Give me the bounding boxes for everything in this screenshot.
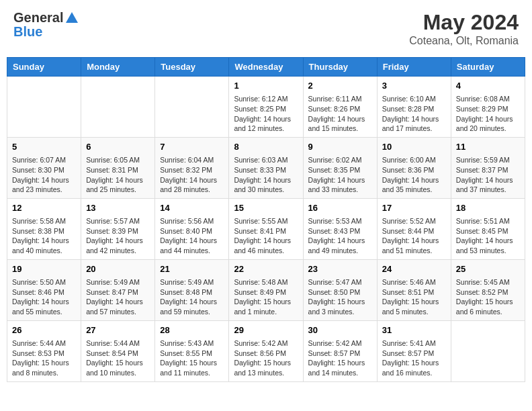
day-info: Sunset: 8:40 PM (160, 226, 224, 236)
day-number: 20 (86, 263, 150, 275)
day-info: Sunset: 8:31 PM (86, 165, 150, 175)
day-info: Daylight: 15 hours and 10 minutes. (86, 358, 150, 377)
day-number: 22 (234, 263, 298, 275)
day-info: Sunrise: 6:03 AM (234, 155, 298, 165)
calendar-cell: 21Sunrise: 5:49 AMSunset: 8:48 PMDayligh… (155, 259, 229, 320)
day-info: Daylight: 14 hours and 20 minutes. (456, 114, 520, 134)
day-number: 26 (12, 324, 76, 336)
day-info: Daylight: 14 hours and 55 minutes. (12, 297, 76, 316)
calendar-cell: 11Sunrise: 5:59 AMSunset: 8:37 PMDayligh… (451, 137, 525, 198)
day-info: Sunrise: 6:07 AM (12, 155, 76, 165)
day-number: 3 (382, 80, 446, 92)
day-number: 9 (308, 141, 372, 153)
calendar-cell: 26Sunrise: 5:44 AMSunset: 8:53 PMDayligh… (7, 320, 81, 381)
day-info: Daylight: 15 hours and 1 minute. (234, 297, 298, 316)
day-info: Sunset: 8:36 PM (382, 165, 446, 175)
day-info: Sunrise: 5:44 AM (12, 338, 76, 349)
day-number: 2 (308, 80, 372, 92)
day-number: 24 (382, 263, 446, 275)
day-info: Sunrise: 5:49 AM (86, 277, 150, 287)
day-info: Daylight: 15 hours and 6 minutes. (456, 297, 520, 316)
day-info: Daylight: 14 hours and 37 minutes. (456, 175, 520, 195)
page-header: General Blue May 2024 Coteana, Olt, Roma… (7, 7, 525, 50)
day-number: 25 (456, 263, 520, 275)
day-info: Daylight: 15 hours and 8 minutes. (12, 358, 76, 377)
logo-general-text: General (13, 10, 63, 26)
day-info: Sunset: 8:54 PM (86, 349, 150, 359)
day-info: Sunrise: 5:43 AM (160, 338, 224, 349)
calendar-cell: 10Sunrise: 6:00 AMSunset: 8:36 PMDayligh… (377, 137, 451, 198)
calendar-cell: 28Sunrise: 5:43 AMSunset: 8:55 PMDayligh… (155, 320, 229, 381)
calendar-cell: 1Sunrise: 6:12 AMSunset: 8:25 PMDaylight… (229, 77, 303, 138)
day-info: Sunrise: 6:10 AM (382, 94, 446, 104)
day-info: Daylight: 15 hours and 3 minutes. (308, 297, 372, 316)
calendar-week-1: 1Sunrise: 6:12 AMSunset: 8:25 PMDaylight… (7, 77, 525, 138)
calendar-cell: 24Sunrise: 5:46 AMSunset: 8:51 PMDayligh… (377, 259, 451, 320)
day-info: Sunrise: 5:55 AM (234, 216, 298, 226)
calendar-cell (7, 77, 81, 138)
day-number: 4 (456, 80, 520, 92)
title-area: May 2024 Coteana, Olt, Romania (409, 10, 519, 47)
day-number: 27 (86, 324, 150, 336)
day-number: 19 (12, 263, 76, 275)
day-info: Daylight: 14 hours and 23 minutes. (12, 175, 76, 195)
day-info: Sunset: 8:57 PM (382, 349, 446, 359)
day-info: Sunrise: 5:46 AM (382, 277, 446, 287)
day-info: Sunrise: 6:12 AM (234, 94, 298, 104)
day-number: 30 (308, 324, 372, 336)
day-number: 6 (86, 141, 150, 153)
day-info: Sunrise: 6:05 AM (86, 155, 150, 165)
day-info: Sunrise: 5:42 AM (308, 338, 372, 349)
day-info: Sunrise: 5:57 AM (86, 216, 150, 226)
day-info: Sunset: 8:49 PM (234, 287, 298, 298)
calendar-cell: 8Sunrise: 6:03 AMSunset: 8:33 PMDaylight… (229, 137, 303, 198)
calendar-cell: 31Sunrise: 5:41 AMSunset: 8:57 PMDayligh… (377, 320, 451, 381)
day-info: Daylight: 15 hours and 11 minutes. (160, 358, 224, 377)
day-info: Daylight: 14 hours and 42 minutes. (86, 236, 150, 255)
month-year: May 2024 (409, 10, 519, 35)
day-info: Daylight: 14 hours and 30 minutes. (234, 175, 298, 195)
day-info: Sunrise: 5:52 AM (382, 216, 446, 226)
day-info: Sunrise: 5:48 AM (234, 277, 298, 287)
logo-icon (64, 11, 79, 26)
day-info: Sunset: 8:45 PM (456, 226, 520, 236)
day-info: Daylight: 15 hours and 13 minutes. (234, 358, 298, 377)
day-info: Sunrise: 6:02 AM (308, 155, 372, 165)
day-info: Daylight: 14 hours and 46 minutes. (234, 236, 298, 255)
day-info: Daylight: 15 hours and 16 minutes. (382, 358, 446, 377)
calendar-cell (155, 77, 229, 138)
logo: General Blue (13, 10, 79, 40)
day-info: Sunrise: 6:04 AM (160, 155, 224, 165)
day-info: Sunrise: 6:11 AM (308, 94, 372, 104)
day-info: Sunset: 8:37 PM (456, 165, 520, 175)
day-info: Sunset: 8:53 PM (12, 349, 76, 359)
day-info: Sunrise: 5:59 AM (456, 155, 520, 165)
day-info: Sunrise: 6:00 AM (382, 155, 446, 165)
day-info: Sunset: 8:52 PM (456, 287, 520, 298)
day-number: 11 (456, 141, 520, 153)
day-info: Sunset: 8:48 PM (160, 287, 224, 298)
calendar-cell (81, 77, 155, 138)
column-header-wednesday: Wednesday (229, 58, 303, 77)
day-info: Daylight: 14 hours and 51 minutes. (382, 236, 446, 255)
day-info: Daylight: 14 hours and 35 minutes. (382, 175, 446, 195)
day-number: 5 (12, 141, 76, 153)
day-info: Sunset: 8:25 PM (234, 104, 298, 114)
calendar-cell: 14Sunrise: 5:56 AMSunset: 8:40 PMDayligh… (155, 198, 229, 259)
day-info: Sunrise: 5:51 AM (456, 216, 520, 226)
day-info: Sunrise: 5:49 AM (160, 277, 224, 287)
day-info: Sunrise: 5:45 AM (456, 277, 520, 287)
svg-marker-0 (66, 12, 78, 23)
day-info: Daylight: 14 hours and 15 minutes. (308, 114, 372, 134)
column-header-saturday: Saturday (451, 58, 525, 77)
day-info: Daylight: 15 hours and 14 minutes. (308, 358, 372, 377)
day-info: Daylight: 15 hours and 5 minutes. (382, 297, 446, 316)
day-info: Sunset: 8:46 PM (12, 287, 76, 298)
day-info: Daylight: 14 hours and 33 minutes. (308, 175, 372, 195)
day-info: Daylight: 14 hours and 49 minutes. (308, 236, 372, 255)
day-info: Sunset: 8:32 PM (160, 165, 224, 175)
calendar-cell: 5Sunrise: 6:07 AMSunset: 8:30 PMDaylight… (7, 137, 81, 198)
day-info: Sunset: 8:33 PM (234, 165, 298, 175)
day-info: Sunrise: 5:42 AM (234, 338, 298, 349)
day-number: 23 (308, 263, 372, 275)
